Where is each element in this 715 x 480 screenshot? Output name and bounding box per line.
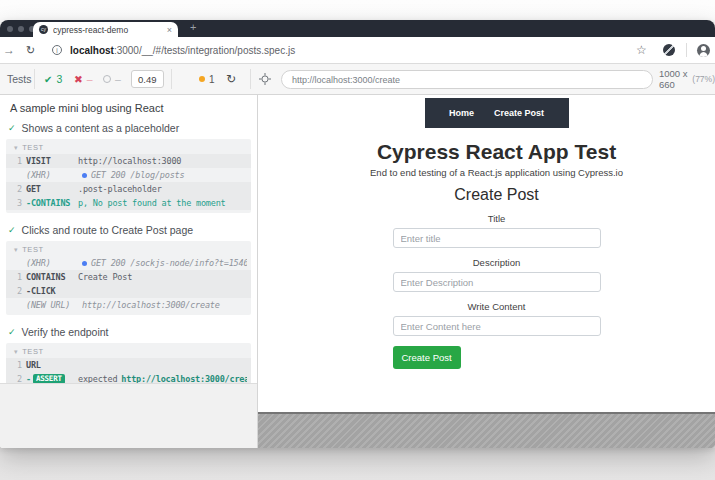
url-host: localhost	[70, 45, 114, 56]
address-bar[interactable]: localhost:3000/__/#/tests/integration/po…	[70, 37, 295, 63]
pending-circle-icon	[103, 75, 111, 83]
xhr-row[interactable]: (XHR) GET 200 /sockjs-node/info?t=154686…	[6, 256, 251, 270]
description-input[interactable]	[393, 272, 601, 292]
check-icon: ✓	[8, 123, 16, 133]
test-block-header[interactable]: ▾ TEST	[6, 141, 251, 154]
site-info-icon[interactable]: i	[52, 37, 62, 63]
tab-strip: cy cypress-react-demo × +	[0, 20, 715, 37]
form-heading: Create Post	[268, 186, 715, 204]
command-row[interactable]: 1 VISIT http://localhost:3000	[6, 154, 251, 168]
selector-playground-icon[interactable]	[259, 64, 271, 94]
assertion-row[interactable]: 3 -CONTAINS p, No post found at the mome…	[6, 196, 251, 210]
aut-preview: Home Create Post Cypress React App Test …	[258, 95, 715, 448]
window-minimize-button[interactable]	[18, 26, 24, 32]
caret-down-icon: ▾	[14, 348, 18, 356]
cypress-favicon-icon: cy	[39, 25, 48, 34]
check-icon: ✓	[8, 327, 16, 337]
restart-tests-icon[interactable]: ↻	[226, 64, 236, 94]
reload-icon[interactable]: ↻	[26, 37, 35, 63]
profile-avatar-icon[interactable]	[697, 37, 710, 63]
duration-badge: 0.49	[131, 70, 164, 88]
browser-tab[interactable]: cy cypress-react-demo ×	[33, 22, 178, 37]
command-row[interactable]: 1 URL	[6, 358, 251, 372]
tab-close-icon[interactable]: ×	[167, 25, 172, 35]
command-row[interactable]: 1 CONTAINS Create Post	[6, 270, 251, 284]
toolbar-divider	[250, 69, 251, 89]
test-block-header[interactable]: ▾ TEST	[6, 345, 251, 358]
browser-toolbar: → ↻ i localhost:3000/__/#/tests/integrat…	[0, 37, 715, 64]
cypress-runner-toolbar: Tests ✔ 3 ✖ – – 0.49 1 ↻ http://localhos…	[0, 64, 715, 95]
title-input[interactable]	[393, 228, 601, 248]
xhr-dot-icon	[82, 173, 87, 178]
nav-link-create-post[interactable]: Create Post	[494, 108, 544, 118]
app-navbar: Home Create Post	[425, 98, 569, 128]
xhr-dot-icon	[82, 261, 87, 266]
viewport-overflow-band	[258, 412, 715, 448]
app-heading: Cypress React App Test	[268, 140, 715, 164]
command-row[interactable]: 2 -CLICK	[6, 284, 251, 298]
new-tab-button[interactable]: +	[190, 21, 196, 33]
command-log-3: ▾ TEST 1 URL 2 - ASSERT	[6, 343, 251, 384]
window-controls[interactable]	[7, 26, 35, 32]
test-title-3[interactable]: ✓ Verify the endpoint	[0, 323, 257, 340]
toolbar-divider	[171, 69, 172, 89]
command-row[interactable]: 2 GET .post-placeholder	[6, 182, 251, 196]
tests-label[interactable]: Tests	[7, 64, 32, 94]
caret-down-icon: ▾	[14, 246, 18, 254]
command-log-1: ▾ TEST 1 VISIT http://localhost:3000 (XH…	[6, 139, 251, 213]
bookmark-star-icon[interactable]: ☆	[636, 37, 647, 63]
pending-count[interactable]: –	[103, 64, 121, 94]
cypress-reporter-panel: A sample mini blog using React ✓ Shows a…	[0, 95, 258, 448]
nav-link-home[interactable]: Home	[449, 108, 474, 118]
create-post-button[interactable]: Create Post	[393, 346, 461, 369]
test-title-2[interactable]: ✓ Clicks and route to Create Post page	[0, 221, 257, 238]
suite-title[interactable]: A sample mini blog using React	[0, 95, 257, 119]
passed-check-icon: ✔	[44, 74, 52, 85]
viewport-scale: (77%)	[692, 74, 715, 84]
title-label: Title	[268, 213, 715, 224]
window-close-button[interactable]	[7, 26, 13, 32]
passed-count[interactable]: ✔ 3	[44, 64, 62, 94]
failed-count[interactable]: ✖ –	[74, 64, 93, 94]
url-path: :3000/__/#/tests/integration/posts.spec.…	[114, 45, 295, 56]
failed-cross-icon: ✖	[74, 73, 83, 85]
toolbar-divider	[34, 69, 35, 89]
test-title-1[interactable]: ✓ Shows a content as a placeholder	[0, 119, 257, 136]
caret-down-icon: ▾	[14, 144, 18, 152]
toolbar-divider	[686, 43, 687, 57]
browser-window: cy cypress-react-demo × + → ↻ i localhos…	[0, 20, 715, 448]
command-log-2: ▾ TEST (XHR) GET 200 /sockjs-node/info?t…	[6, 241, 251, 315]
tab-title: cypress-react-demo	[53, 25, 162, 35]
viewport-size: 1000 x 660 (77%)	[659, 64, 715, 94]
test-block-header[interactable]: ▾ TEST	[6, 243, 251, 256]
aut-url-field[interactable]: http://localhost:3000/create	[281, 70, 653, 89]
content-label: Write Content	[268, 301, 715, 312]
assert-row[interactable]: 2 - ASSERT expectedhttp://localhost:3000…	[6, 372, 251, 384]
check-icon: ✓	[8, 225, 16, 235]
content-input[interactable]	[393, 316, 601, 336]
cypress-extension-icon[interactable]	[663, 37, 675, 63]
assert-badge: ASSERT	[33, 374, 65, 384]
description-label: Description	[268, 257, 715, 268]
new-url-row[interactable]: (NEW URL) http://localhost:3000/create	[6, 298, 251, 312]
forward-icon[interactable]: →	[3, 37, 15, 63]
pinned-indicator[interactable]: 1	[199, 64, 215, 94]
xhr-row[interactable]: (XHR) GET 200 /blog/posts	[6, 168, 251, 182]
app-subtitle: End to end testing of a React.js applica…	[268, 167, 715, 178]
pin-dot-icon	[199, 76, 205, 82]
